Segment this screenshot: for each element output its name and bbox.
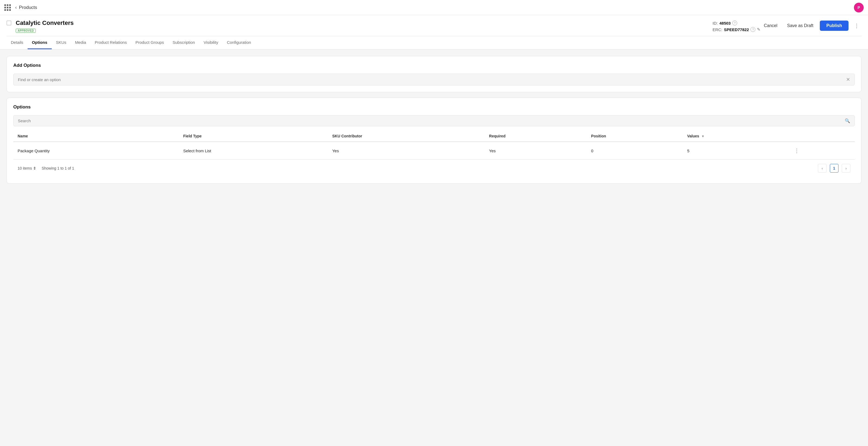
options-table: Name Field Type SKU Contributor Required… xyxy=(13,131,855,159)
product-checkbox[interactable] xyxy=(6,21,11,26)
tab-product-relations[interactable]: Product Relations xyxy=(90,36,131,49)
save-draft-button[interactable]: Save as Draft xyxy=(784,21,816,30)
erc-label: ERC: xyxy=(713,27,722,32)
erc-edit-icon[interactable]: ✎ xyxy=(757,27,761,32)
header-actions: Cancel Save as Draft Publish ⋮ xyxy=(761,20,862,31)
row-position: 0 xyxy=(587,142,683,159)
col-field-type: Field Type xyxy=(179,131,328,142)
pagination: 10 items ⇕ Showing 1 to 1 of 1 ‹ 1 › xyxy=(13,159,855,177)
add-option-search-input[interactable] xyxy=(18,77,846,82)
back-button[interactable]: ‹ xyxy=(15,5,17,10)
col-name: Name xyxy=(13,131,179,142)
items-sort-icon: ⇕ xyxy=(33,166,36,170)
search-icon[interactable]: 🔍 xyxy=(845,118,850,123)
prev-page-button[interactable]: ‹ xyxy=(818,164,827,173)
options-card: Options 🔍 Name Field Type SKU Contributo… xyxy=(6,98,862,184)
tab-skus[interactable]: SKUs xyxy=(52,36,71,49)
add-options-card: Add Options ✕ xyxy=(6,56,862,92)
showing-text: Showing 1 to 1 of 1 xyxy=(42,166,74,170)
product-info: Catalytic Converters APPROVED xyxy=(16,20,706,33)
row-required: Yes xyxy=(485,142,587,159)
cancel-button[interactable]: Cancel xyxy=(761,21,780,30)
tab-product-groups[interactable]: Product Groups xyxy=(131,36,168,49)
product-erc-row: ERC: SPEED77822 ? ✎ xyxy=(713,27,761,32)
col-required: Required xyxy=(485,131,587,142)
tab-bar: Details Options SKUs Media Product Relat… xyxy=(6,36,862,49)
row-more-button[interactable]: ⋮ xyxy=(793,146,801,155)
items-per-page-select[interactable]: ⇕ xyxy=(33,166,36,170)
id-value: 48503 xyxy=(719,21,731,26)
erc-info-icon[interactable]: ? xyxy=(750,27,755,32)
publish-button[interactable]: Publish xyxy=(820,21,848,31)
col-row-actions xyxy=(789,131,855,142)
col-position: Position xyxy=(587,131,683,142)
tab-visibility[interactable]: Visibility xyxy=(199,36,223,49)
items-count: 10 items ⇕ xyxy=(18,166,36,170)
items-count-value: 10 items xyxy=(18,166,32,170)
options-search-input[interactable] xyxy=(18,118,845,123)
col-values[interactable]: Values ▼ xyxy=(683,131,789,142)
product-id-row: ID: 48503 ? xyxy=(713,21,761,26)
tab-options[interactable]: Options xyxy=(28,36,52,49)
header-section: Catalytic Converters APPROVED ID: 48503 … xyxy=(0,15,868,49)
add-option-search-bar[interactable]: ✕ xyxy=(13,74,855,85)
row-field-type: Select from List xyxy=(179,142,328,159)
add-options-title: Add Options xyxy=(13,63,855,68)
col-sku-contributor: SKU Contributor xyxy=(328,131,485,142)
erc-value: SPEED77822 xyxy=(724,27,749,32)
id-label: ID: xyxy=(713,21,718,26)
tab-media[interactable]: Media xyxy=(71,36,90,49)
avatar: P xyxy=(854,3,864,12)
values-sort-icon: ▼ xyxy=(701,134,705,138)
product-name: Catalytic Converters xyxy=(16,20,706,27)
grid-icon[interactable] xyxy=(4,4,11,11)
options-title: Options xyxy=(13,104,855,110)
tab-configuration[interactable]: Configuration xyxy=(223,36,255,49)
id-info-icon[interactable]: ? xyxy=(732,21,737,26)
nav-title: Products xyxy=(19,5,37,10)
current-page: 1 xyxy=(830,164,838,173)
next-page-button[interactable]: › xyxy=(842,164,850,173)
approved-badge: APPROVED xyxy=(16,29,36,33)
row-actions-cell: ⋮ xyxy=(789,142,855,159)
options-search-bar[interactable]: 🔍 xyxy=(13,115,855,126)
clear-search-icon[interactable]: ✕ xyxy=(846,76,850,82)
main-content: Add Options ✕ Options 🔍 Name Field Type … xyxy=(0,49,868,190)
row-name: Package Quantity xyxy=(13,142,179,159)
row-values: 5 xyxy=(683,142,789,159)
row-sku-contributor: Yes xyxy=(328,142,485,159)
tab-subscription[interactable]: Subscription xyxy=(168,36,199,49)
more-actions-button[interactable]: ⋮ xyxy=(852,21,862,30)
top-navigation: ‹ Products P xyxy=(0,0,868,15)
product-meta: ID: 48503 ? ERC: SPEED77822 ? ✎ xyxy=(713,20,761,32)
table-row: Package Quantity Select from List Yes Ye… xyxy=(13,142,855,159)
tab-details[interactable]: Details xyxy=(6,36,28,49)
